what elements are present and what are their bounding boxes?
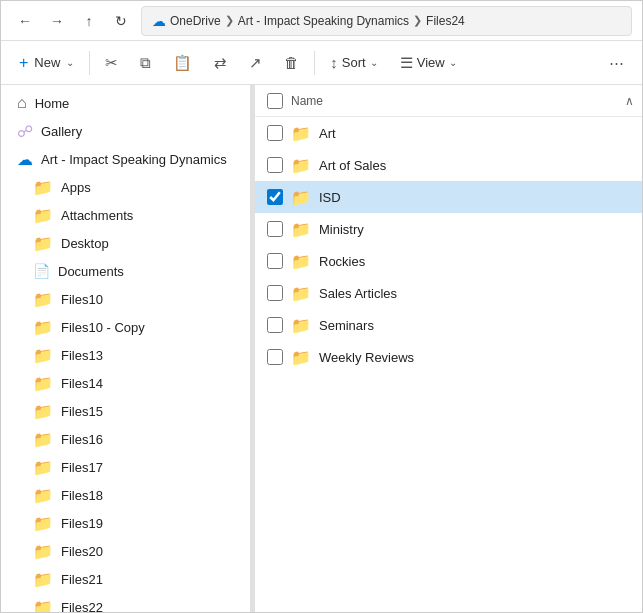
sales-articles-checkbox[interactable] bbox=[267, 285, 283, 301]
desktop-folder-icon: 📁 bbox=[33, 234, 53, 253]
files18-folder-icon: 📁 bbox=[33, 486, 53, 505]
rockies-name: Rockies bbox=[319, 254, 365, 269]
name-column-header: Name bbox=[291, 94, 323, 108]
address-sep-1: ❯ bbox=[225, 14, 234, 27]
sidebar-item-files17[interactable]: 📁 Files17 bbox=[1, 453, 250, 481]
ministry-name: Ministry bbox=[319, 222, 364, 237]
ministry-checkbox[interactable] bbox=[267, 221, 283, 237]
new-label: New bbox=[34, 55, 60, 70]
sidebar-item-files14[interactable]: 📁 Files14 bbox=[1, 369, 250, 397]
copy-icon: ⧉ bbox=[140, 54, 151, 72]
sidebar-files21-label: Files21 bbox=[61, 572, 103, 587]
sidebar-item-files19[interactable]: 📁 Files19 bbox=[1, 509, 250, 537]
weekly-reviews-checkbox[interactable] bbox=[267, 349, 283, 365]
address-part-1: OneDrive bbox=[170, 14, 221, 28]
sidebar-home-label: Home bbox=[35, 96, 70, 111]
sidebar-item-documents[interactable]: 📄 Documents bbox=[1, 257, 250, 285]
cut-button[interactable]: ✂ bbox=[95, 46, 128, 80]
sidebar-gallery-label: Gallery bbox=[41, 124, 82, 139]
share-icon: ↗ bbox=[249, 54, 262, 72]
files20-folder-icon: 📁 bbox=[33, 542, 53, 561]
attachments-folder-icon: 📁 bbox=[33, 206, 53, 225]
collapse-arrow-icon[interactable]: ∧ bbox=[625, 94, 634, 108]
view-button[interactable]: ☰ View ⌄ bbox=[390, 46, 467, 80]
sidebar-item-desktop[interactable]: 📁 Desktop bbox=[1, 229, 250, 257]
sidebar-files14-label: Files14 bbox=[61, 376, 103, 391]
refresh-button[interactable]: ↻ bbox=[107, 7, 135, 35]
toolbar-sep-1 bbox=[89, 51, 90, 75]
new-button[interactable]: + New ⌄ bbox=[9, 46, 84, 80]
gallery-icon: ☍ bbox=[17, 122, 33, 141]
files19-folder-icon: 📁 bbox=[33, 514, 53, 533]
file-item-weekly-reviews[interactable]: 📁 Weekly Reviews bbox=[255, 341, 642, 373]
file-item-ministry[interactable]: 📁 Ministry bbox=[255, 213, 642, 245]
sales-articles-folder-icon: 📁 bbox=[291, 284, 311, 303]
more-button[interactable]: ⋯ bbox=[599, 46, 634, 80]
sidebar-item-home[interactable]: ⌂ Home bbox=[1, 89, 250, 117]
sidebar-children: 📁 Apps 📁 Attachments 📁 Desktop 📄 Documen… bbox=[1, 173, 250, 612]
sidebar-item-files22[interactable]: 📁 Files22 bbox=[1, 593, 250, 612]
paste-button[interactable]: 📋 bbox=[163, 46, 202, 80]
sidebar-files15-label: Files15 bbox=[61, 404, 103, 419]
nav-buttons: ← → ↑ ↻ bbox=[11, 7, 135, 35]
sidebar-item-files21[interactable]: 📁 Files21 bbox=[1, 565, 250, 593]
isd-folder-icon: 📁 bbox=[291, 188, 311, 207]
sidebar-item-files18[interactable]: 📁 Files18 bbox=[1, 481, 250, 509]
delete-button[interactable]: 🗑 bbox=[274, 46, 309, 80]
back-button[interactable]: ← bbox=[11, 7, 39, 35]
isd-checkbox[interactable] bbox=[267, 189, 283, 205]
sidebar-item-files13[interactable]: 📁 Files13 bbox=[1, 341, 250, 369]
title-bar: ← → ↑ ↻ ☁ OneDrive ❯ Art - Impact Speaki… bbox=[1, 1, 642, 41]
select-all-checkbox[interactable] bbox=[267, 93, 283, 109]
file-list-header: Name ∧ bbox=[255, 85, 642, 117]
home-icon: ⌂ bbox=[17, 94, 27, 112]
address-part-3: Files24 bbox=[426, 14, 465, 28]
file-item-sales-articles[interactable]: 📁 Sales Articles bbox=[255, 277, 642, 309]
sidebar-item-files20[interactable]: 📁 Files20 bbox=[1, 537, 250, 565]
sidebar-item-files10-copy[interactable]: 📁 Files10 - Copy bbox=[1, 313, 250, 341]
file-item-art[interactable]: 📁 Art bbox=[255, 117, 642, 149]
sort-label: Sort bbox=[342, 55, 366, 70]
paste-icon: 📋 bbox=[173, 54, 192, 72]
file-item-art-of-sales[interactable]: 📁 Art of Sales bbox=[255, 149, 642, 181]
address-bar[interactable]: ☁ OneDrive ❯ Art - Impact Speaking Dynam… bbox=[141, 6, 632, 36]
sidebar-files20-label: Files20 bbox=[61, 544, 103, 559]
file-item-rockies[interactable]: 📁 Rockies bbox=[255, 245, 642, 277]
file-item-isd[interactable]: 📁 ISD bbox=[255, 181, 642, 213]
sidebar: ⌂ Home ☍ Gallery ☁ Art - Impact Speaking… bbox=[1, 85, 251, 612]
sidebar-item-files10[interactable]: 📁 Files10 bbox=[1, 285, 250, 313]
files21-folder-icon: 📁 bbox=[33, 570, 53, 589]
sidebar-item-gallery[interactable]: ☍ Gallery bbox=[1, 117, 250, 145]
art-of-sales-checkbox[interactable] bbox=[267, 157, 283, 173]
sidebar-item-files16[interactable]: 📁 Files16 bbox=[1, 425, 250, 453]
art-checkbox[interactable] bbox=[267, 125, 283, 141]
file-list: Name ∧ 📁 Art 📁 Art of Sales 📁 ISD 📁 Mini… bbox=[255, 85, 642, 612]
rockies-checkbox[interactable] bbox=[267, 253, 283, 269]
up-button[interactable]: ↑ bbox=[75, 7, 103, 35]
weekly-reviews-name: Weekly Reviews bbox=[319, 350, 414, 365]
onedrive-icon: ☁ bbox=[152, 13, 166, 29]
share-button[interactable]: ↗ bbox=[239, 46, 272, 80]
sort-button[interactable]: ↕ Sort ⌄ bbox=[320, 46, 387, 80]
weekly-reviews-folder-icon: 📁 bbox=[291, 348, 311, 367]
rockies-folder-icon: 📁 bbox=[291, 252, 311, 271]
sidebar-item-attachments[interactable]: 📁 Attachments bbox=[1, 201, 250, 229]
files16-folder-icon: 📁 bbox=[33, 430, 53, 449]
forward-button[interactable]: → bbox=[43, 7, 71, 35]
seminars-checkbox[interactable] bbox=[267, 317, 283, 333]
sort-chevron-icon: ⌄ bbox=[370, 57, 378, 68]
sidebar-item-files15[interactable]: 📁 Files15 bbox=[1, 397, 250, 425]
sidebar-files22-label: Files22 bbox=[61, 600, 103, 613]
view-label: View bbox=[417, 55, 445, 70]
art-folder-icon: 📁 bbox=[291, 124, 311, 143]
sidebar-item-art-impact[interactable]: ☁ Art - Impact Speaking Dynamics bbox=[1, 145, 250, 173]
art-of-sales-name: Art of Sales bbox=[319, 158, 386, 173]
file-item-seminars[interactable]: 📁 Seminars bbox=[255, 309, 642, 341]
view-chevron-icon: ⌄ bbox=[449, 57, 457, 68]
sidebar-files18-label: Files18 bbox=[61, 488, 103, 503]
sidebar-item-apps[interactable]: 📁 Apps bbox=[1, 173, 250, 201]
sync-button[interactable]: ⇄ bbox=[204, 46, 237, 80]
sort-icon: ↕ bbox=[330, 54, 338, 71]
copy-button[interactable]: ⧉ bbox=[130, 46, 161, 80]
seminars-name: Seminars bbox=[319, 318, 374, 333]
